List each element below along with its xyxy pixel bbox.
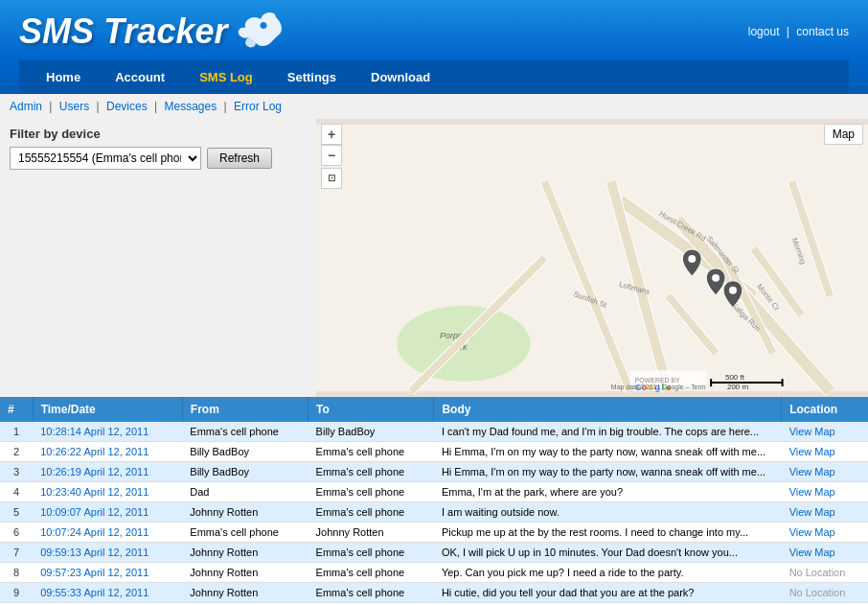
breadcrumb-admin[interactable]: Admin xyxy=(10,100,42,113)
cell-num: 9 xyxy=(0,583,33,603)
table-row: 8 09:57:23 April 12, 2011 Johnny Rotten … xyxy=(0,563,868,583)
view-map-link[interactable]: View Map xyxy=(789,547,835,558)
cell-num: 7 xyxy=(0,543,33,563)
view-map-link[interactable]: View Map xyxy=(789,426,835,437)
cell-time[interactable]: 10:28:14 April 12, 2011 xyxy=(33,422,182,442)
cell-from: Dad xyxy=(182,482,308,502)
table-row: 3 10:26:19 April 12, 2011 Billy BadBoy E… xyxy=(0,462,868,482)
nav-sms-log[interactable]: SMS Log xyxy=(182,60,270,94)
nav-account[interactable]: Account xyxy=(98,60,182,94)
main-content: Filter by device 15555215554 (Emma's cel… xyxy=(0,119,868,397)
nav-home[interactable]: Home xyxy=(29,60,98,94)
cell-location: View Map xyxy=(782,422,868,442)
table-row: 2 10:26:22 April 12, 2011 Billy BadBoy E… xyxy=(0,442,868,462)
view-map-link[interactable]: View Map xyxy=(789,446,835,457)
refresh-button[interactable]: Refresh xyxy=(207,148,272,169)
svg-text:500 ft: 500 ft xyxy=(725,373,745,382)
svg-point-29 xyxy=(688,255,696,263)
svg-point-30 xyxy=(712,274,720,282)
cell-body: Pickup me up at the by the rest rooms. I… xyxy=(434,523,782,543)
cell-num: 1 xyxy=(0,422,33,442)
cell-time[interactable]: 10:26:19 April 12, 2011 xyxy=(33,462,182,482)
left-panel: Filter by device 15555215554 (Emma's cel… xyxy=(0,119,316,397)
cell-location: No Location xyxy=(782,563,868,583)
map-fullscreen[interactable]: ⊡ xyxy=(321,168,342,189)
cell-time[interactable]: 10:26:22 April 12, 2011 xyxy=(33,442,182,462)
cell-num: 4 xyxy=(0,482,33,502)
cell-time[interactable]: 09:57:23 April 12, 2011 xyxy=(33,563,182,583)
cell-body: OK, I will pick U up in 10 minutes. Your… xyxy=(434,543,782,563)
cell-to: Emma's cell phone xyxy=(308,462,434,482)
map-zoom-in[interactable]: + xyxy=(321,124,342,145)
cell-body: Hi Emma, I'm on my way to the party now,… xyxy=(434,462,782,482)
cell-body: I am waiting outside now. xyxy=(434,502,782,523)
cell-num: 8 xyxy=(0,563,33,583)
cell-num: 5 xyxy=(0,502,33,523)
cell-location: View Map xyxy=(782,462,868,482)
view-map-link[interactable]: View Map xyxy=(789,506,835,518)
filter-row: 15555215554 (Emma's cell phone) Refresh xyxy=(10,147,307,170)
table-header-row: # Time/Date From To Body Location xyxy=(0,397,868,422)
cell-to: Emma's cell phone xyxy=(308,583,434,603)
cell-from: Johnny Rotten xyxy=(182,502,308,523)
svg-text:Map data ©2011 Google – Term: Map data ©2011 Google – Term xyxy=(611,384,706,391)
bird-icon xyxy=(237,10,289,53)
cell-from: Johnny Rotten xyxy=(182,563,308,583)
cell-time[interactable]: 10:23:40 April 12, 2011 xyxy=(33,482,182,502)
cell-body: Yep. Can you pick me up? I need a ride t… xyxy=(434,563,782,583)
breadcrumb-error-log[interactable]: Error Log xyxy=(234,100,282,113)
nav-download[interactable]: Download xyxy=(354,60,447,94)
table-row: 6 10:07:24 April 12, 2011 Emma's cell ph… xyxy=(0,523,868,543)
col-time: Time/Date xyxy=(33,397,182,422)
map-area: Map + − ⊡ xyxy=(316,119,868,397)
main-nav: Home Account SMS Log Settings Download xyxy=(19,60,849,94)
cell-to: Emma's cell phone xyxy=(308,502,434,523)
table-container: # Time/Date From To Body Location 1 10:2… xyxy=(0,397,868,605)
cell-body: Hi Emma, I'm on my way to the party now,… xyxy=(434,442,782,462)
map-controls: + − ⊡ xyxy=(321,124,342,189)
cell-num: 3 xyxy=(0,462,33,482)
cell-time[interactable]: 09:55:33 April 12, 2011 xyxy=(33,583,182,603)
cell-location: View Map xyxy=(782,523,868,543)
cell-location: View Map xyxy=(782,442,868,462)
cell-from: Billy BadBoy xyxy=(182,462,308,482)
contact-link[interactable]: contact us xyxy=(796,25,849,38)
breadcrumb-users[interactable]: Users xyxy=(59,100,89,113)
col-to: To xyxy=(308,397,434,422)
cell-body: Hi cutie, did you tell your dad that you… xyxy=(434,583,782,603)
filter-label: Filter by device xyxy=(10,127,307,141)
breadcrumb: Admin | Users | Devices | Messages | Err… xyxy=(0,94,868,119)
cell-to: Emma's cell phone xyxy=(308,482,434,502)
table-row: 9 09:55:33 April 12, 2011 Johnny Rotten … xyxy=(0,583,868,603)
logout-link[interactable]: logout xyxy=(748,25,780,38)
breadcrumb-messages[interactable]: Messages xyxy=(164,100,217,113)
cell-time[interactable]: 09:59:13 April 12, 2011 xyxy=(33,543,182,563)
col-body: Body xyxy=(434,397,782,422)
map-type-button[interactable]: Map xyxy=(824,124,863,145)
col-from: From xyxy=(182,397,308,422)
no-location-label: No Location xyxy=(789,587,846,598)
map-svg: Porpoise Park Hurst Creek Rd Saltmaster … xyxy=(316,119,868,397)
cell-from: Johnny Rotten xyxy=(182,543,308,563)
view-map-link[interactable]: View Map xyxy=(789,526,835,538)
view-map-link[interactable]: View Map xyxy=(789,486,835,498)
no-location-label: No Location xyxy=(789,567,846,578)
view-map-link[interactable]: View Map xyxy=(789,466,835,477)
cell-body: I can't my Dad found me, and I'm in big … xyxy=(434,422,782,442)
cell-location: View Map xyxy=(782,482,868,502)
svg-point-31 xyxy=(729,287,737,294)
table-row: 5 10:09:07 April 12, 2011 Johnny Rotten … xyxy=(0,502,868,523)
cell-location: View Map xyxy=(782,502,868,523)
sms-table: # Time/Date From To Body Location 1 10:2… xyxy=(0,397,868,605)
map-zoom-out[interactable]: − xyxy=(321,145,342,166)
cell-time[interactable]: 10:07:24 April 12, 2011 xyxy=(33,523,182,543)
cell-from: Billy BadBoy xyxy=(182,442,308,462)
device-select[interactable]: 15555215554 (Emma's cell phone) xyxy=(10,147,201,170)
col-num: # xyxy=(0,397,33,422)
cell-num: 6 xyxy=(0,523,33,543)
cell-num: 2 xyxy=(0,442,33,462)
nav-settings[interactable]: Settings xyxy=(270,60,354,94)
table-row: 1 10:28:14 April 12, 2011 Emma's cell ph… xyxy=(0,422,868,442)
breadcrumb-devices[interactable]: Devices xyxy=(106,100,148,113)
cell-time[interactable]: 10:09:07 April 12, 2011 xyxy=(33,502,182,523)
